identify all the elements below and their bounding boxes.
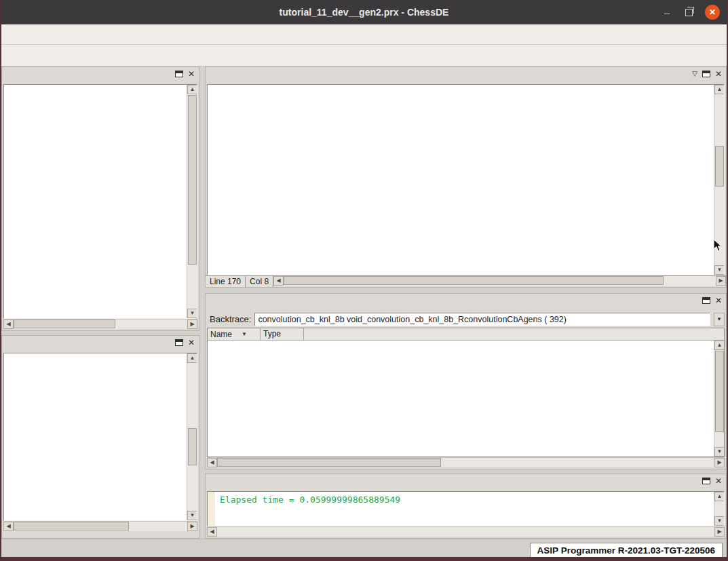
programmer-version-badge: ASIP Programmer R-2021.03-TGT-220506 bbox=[530, 543, 723, 558]
memory-panel-header: ✕ bbox=[2, 336, 199, 353]
microcode-vscrollbar[interactable]: ▲ ▼ bbox=[187, 85, 197, 318]
console-output: Elapsed time = 0.05999999865889549 bbox=[214, 492, 714, 526]
console-panel-header: ✕ bbox=[206, 474, 726, 491]
scroll-up-icon[interactable]: ▲ bbox=[714, 341, 725, 350]
column-header-value[interactable] bbox=[304, 328, 724, 340]
splitter[interactable] bbox=[205, 288, 727, 293]
scroll-left-icon[interactable]: ◀ bbox=[207, 527, 217, 537]
window-title: tutorial_11_dev__gen2.prx - ChessDE bbox=[1, 7, 727, 18]
variables-table: Name ▼ Type ▲ ▼ bbox=[207, 328, 725, 457]
console-hscrollbar[interactable]: ◀ ▶ bbox=[207, 526, 725, 537]
close-panel-icon[interactable]: ✕ bbox=[715, 297, 722, 304]
float-panel-icon[interactable] bbox=[175, 71, 183, 77]
scroll-left-icon[interactable]: ◀ bbox=[207, 458, 217, 467]
editor-status-bar: Line 170 Col 8 ◀ ▶ bbox=[206, 275, 726, 287]
scroll-thumb[interactable] bbox=[715, 146, 724, 187]
scroll-left-icon[interactable]: ◀ bbox=[3, 320, 14, 329]
splitter[interactable] bbox=[199, 66, 205, 539]
scroll-right-icon[interactable]: ▶ bbox=[714, 458, 725, 467]
scroll-thumb[interactable] bbox=[284, 276, 664, 285]
scroll-down-icon[interactable]: ▼ bbox=[187, 511, 197, 520]
minimize-button[interactable]: – bbox=[661, 7, 673, 18]
toolbar bbox=[1, 45, 727, 66]
scroll-left-icon[interactable]: ◀ bbox=[3, 522, 14, 531]
console-vscrollbar[interactable]: ▲ ▼ bbox=[714, 492, 724, 526]
scroll-thumb[interactable] bbox=[14, 522, 129, 530]
microcode-panel: ✕ ▲ ▼ ◀ ▶ bbox=[1, 66, 199, 331]
scroll-down-icon[interactable]: ▼ bbox=[714, 265, 725, 275]
memory-panel: ✕ ▲ ▼ ◀ ▶ bbox=[1, 335, 199, 539]
editor-panel-header: ▽ ✕ bbox=[206, 67, 726, 84]
scroll-up-icon[interactable]: ▲ bbox=[714, 85, 725, 94]
close-button[interactable]: ✕ bbox=[705, 5, 720, 20]
backtrace-value: convolution_cb_knl_8b void_convolution_c… bbox=[258, 315, 566, 324]
close-panel-icon[interactable]: ✕ bbox=[188, 339, 195, 346]
tab-list-icon[interactable]: ▽ bbox=[692, 71, 697, 77]
scroll-up-icon[interactable]: ▲ bbox=[187, 353, 197, 363]
backtrace-label: Backtrace: bbox=[210, 314, 251, 324]
console-view[interactable]: Elapsed time = 0.05999999865889549 ▲ ▼ bbox=[207, 491, 725, 526]
memory-hscrollbar[interactable]: ◀ ▶ bbox=[3, 521, 197, 531]
code-editor[interactable]: ▲ ▼ bbox=[207, 84, 725, 275]
microcode-view[interactable]: ▲ ▼ bbox=[3, 84, 197, 319]
memory-vscrollbar[interactable]: ▲ ▼ bbox=[187, 353, 197, 520]
close-panel-icon[interactable]: ✕ bbox=[715, 478, 722, 484]
column-header-name[interactable]: Name ▼ bbox=[208, 328, 261, 340]
mouse-cursor-icon bbox=[713, 239, 723, 252]
col-indicator: Col 8 bbox=[246, 276, 273, 287]
console-margin bbox=[208, 492, 214, 526]
microcode-panel-header: ✕ bbox=[2, 67, 199, 84]
scroll-right-icon[interactable]: ▶ bbox=[187, 320, 197, 329]
table-header: Name ▼ Type bbox=[208, 328, 724, 341]
float-panel-icon[interactable] bbox=[702, 297, 710, 304]
menu-bar bbox=[1, 24, 727, 45]
chessde-window: tutorial_11_dev__gen2.prx - ChessDE – ✕ … bbox=[0, 0, 728, 561]
scroll-up-icon[interactable]: ▲ bbox=[187, 85, 197, 94]
float-panel-icon[interactable] bbox=[702, 478, 710, 484]
scroll-right-icon[interactable]: ▶ bbox=[714, 527, 725, 537]
locals-hscrollbar[interactable]: ◀ ▶ bbox=[207, 457, 725, 467]
locals-panel-header: ✕ bbox=[206, 294, 726, 311]
editor-hscrollbar[interactable]: ◀ ▶ bbox=[273, 276, 726, 286]
close-panel-icon[interactable]: ✕ bbox=[715, 71, 722, 77]
right-column: ▽ ✕ ▲ ▼ Line 170 Col 8 bbox=[205, 66, 727, 539]
dropdown-arrow-icon[interactable]: ▼ bbox=[714, 313, 725, 326]
close-panel-icon[interactable]: ✕ bbox=[188, 71, 195, 77]
locals-panel: ✕ Backtrace: convolution_cb_knl_8b void_… bbox=[205, 293, 727, 469]
sort-arrow-icon: ▼ bbox=[242, 331, 247, 337]
scroll-up-icon[interactable]: ▲ bbox=[714, 492, 725, 501]
line-indicator: Line 170 bbox=[206, 276, 246, 287]
microcode-hscrollbar[interactable]: ◀ ▶ bbox=[3, 319, 197, 329]
scroll-thumb[interactable] bbox=[188, 95, 197, 265]
restore-button[interactable] bbox=[685, 9, 693, 16]
scroll-thumb[interactable] bbox=[14, 320, 115, 328]
main-area: ✕ ▲ ▼ ◀ ▶ bbox=[1, 66, 727, 539]
float-panel-icon[interactable] bbox=[702, 71, 710, 77]
title-bar: tutorial_11_dev__gen2.prx - ChessDE – ✕ bbox=[1, 0, 727, 24]
left-column: ✕ ▲ ▼ ◀ ▶ bbox=[1, 66, 199, 539]
scroll-thumb[interactable] bbox=[188, 428, 197, 465]
scroll-thumb[interactable] bbox=[715, 351, 724, 432]
console-panel: ✕ Elapsed time = 0.05999999865889549 ▲ ▼… bbox=[205, 473, 727, 539]
locals-vscrollbar[interactable]: ▲ ▼ bbox=[714, 341, 724, 457]
column-header-type[interactable]: Type bbox=[261, 328, 304, 340]
float-panel-icon[interactable] bbox=[175, 339, 183, 346]
scroll-right-icon[interactable]: ▶ bbox=[187, 522, 197, 531]
scroll-left-icon[interactable]: ◀ bbox=[273, 276, 284, 286]
scroll-down-icon[interactable]: ▼ bbox=[187, 309, 197, 318]
backtrace-row: Backtrace: convolution_cb_knl_8b void_co… bbox=[206, 311, 726, 328]
scroll-right-icon[interactable]: ▶ bbox=[716, 276, 726, 286]
scroll-thumb[interactable] bbox=[217, 458, 441, 467]
scroll-down-icon[interactable]: ▼ bbox=[714, 516, 725, 526]
status-bar: ASIP Programmer R-2021.03-TGT-220506 bbox=[1, 539, 727, 561]
memory-view[interactable]: ▲ ▼ bbox=[3, 353, 197, 521]
editor-panel: ▽ ✕ ▲ ▼ Line 170 Col 8 bbox=[205, 66, 727, 288]
backtrace-dropdown[interactable]: convolution_cb_knl_8b void_convolution_c… bbox=[254, 313, 710, 326]
scroll-down-icon[interactable]: ▼ bbox=[714, 447, 725, 457]
